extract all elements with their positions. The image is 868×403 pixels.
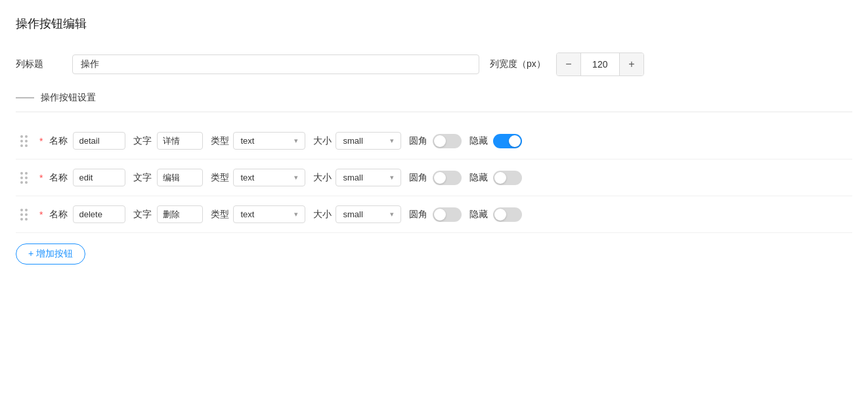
page-title: 操作按钮编辑 [16, 16, 852, 32]
drag-handle-1[interactable] [16, 135, 32, 147]
size-label-2: 大小 [313, 172, 332, 184]
hide-group-2: 隐藏 [469, 171, 522, 185]
buttons-section: * 名称 文字 类型 text ▾ 大小 small ▾ 圆角 [16, 123, 852, 233]
text-label-1: 文字 [133, 135, 152, 147]
text-input-2[interactable] [157, 169, 203, 186]
round-label-3: 圆角 [409, 209, 427, 221]
size-select-3[interactable]: small ▾ [336, 205, 401, 223]
hide-group-1: 隐藏 [469, 134, 522, 148]
column-width-label: 列宽度（px） [490, 58, 546, 70]
name-group-3: * 名称 [39, 205, 125, 223]
text-label-2: 文字 [133, 172, 152, 184]
size-group-1: 大小 small ▾ [313, 132, 401, 150]
column-title-input[interactable] [72, 54, 479, 74]
name-label-1: 名称 [49, 135, 68, 147]
name-label-2: 名称 [49, 172, 68, 184]
round-group-1: 圆角 [409, 134, 462, 148]
name-input-1[interactable] [73, 132, 125, 150]
table-row: * 名称 文字 类型 text ▾ 大小 small ▾ 圆角 [16, 123, 852, 159]
table-row: * 名称 文字 类型 text ▾ 大小 small ▾ 圆角 [16, 196, 852, 233]
round-group-2: 圆角 [409, 171, 462, 185]
table-row: * 名称 文字 类型 text ▾ 大小 small ▾ 圆角 [16, 159, 852, 196]
required-star-1: * [39, 136, 43, 146]
hide-toggle-2[interactable] [493, 171, 522, 185]
width-increase-button[interactable]: + [620, 53, 643, 75]
name-label-3: 名称 [49, 209, 68, 221]
size-chevron-1: ▾ [390, 137, 394, 145]
text-input-3[interactable] [157, 205, 203, 223]
required-star-3: * [39, 209, 43, 220]
type-group-3: 类型 text ▾ [211, 205, 305, 223]
width-decrease-button[interactable]: − [557, 53, 580, 75]
round-label-2: 圆角 [409, 172, 427, 184]
type-select-3[interactable]: text ▾ [233, 205, 305, 223]
size-select-1[interactable]: small ▾ [336, 132, 401, 150]
type-group-2: 类型 text ▾ [211, 169, 305, 186]
type-group-1: 类型 text ▾ [211, 132, 305, 150]
size-select-2[interactable]: small ▾ [336, 169, 401, 186]
column-width-group: − + [556, 53, 644, 76]
text-group-1: 文字 [133, 132, 203, 150]
type-label-3: 类型 [211, 209, 229, 221]
round-group-3: 圆角 [409, 207, 462, 222]
size-label-1: 大小 [313, 135, 332, 147]
type-chevron-3: ▾ [294, 210, 298, 219]
section-line [16, 97, 34, 98]
size-chevron-2: ▾ [390, 173, 394, 182]
name-group-1: * 名称 [39, 132, 125, 150]
text-input-1[interactable] [157, 132, 203, 150]
text-label-3: 文字 [133, 209, 152, 221]
hide-group-3: 隐藏 [469, 207, 522, 222]
size-label-3: 大小 [313, 209, 332, 221]
type-chevron-2: ▾ [294, 173, 298, 182]
size-chevron-3: ▾ [390, 210, 394, 219]
section-title: 操作按钮设置 [41, 92, 96, 104]
name-input-2[interactable] [73, 169, 125, 186]
section-header: 操作按钮设置 [16, 92, 852, 112]
text-group-2: 文字 [133, 169, 203, 186]
drag-handle-2[interactable] [16, 172, 32, 184]
column-width-input[interactable] [580, 53, 620, 75]
type-chevron-1: ▾ [294, 137, 298, 145]
add-button[interactable]: + 增加按钮 [16, 244, 85, 265]
column-title-label: 列标题 [16, 58, 62, 70]
size-group-2: 大小 small ▾ [313, 169, 401, 186]
hide-toggle-3[interactable] [493, 207, 522, 222]
name-input-3[interactable] [73, 205, 125, 223]
type-label-1: 类型 [211, 135, 229, 147]
hide-label-3: 隐藏 [469, 209, 488, 221]
round-label-1: 圆角 [409, 135, 427, 147]
text-group-3: 文字 [133, 205, 203, 223]
type-select-2[interactable]: text ▾ [233, 169, 305, 186]
required-star-2: * [39, 173, 43, 183]
round-toggle-3[interactable] [433, 207, 462, 222]
drag-handle-3[interactable] [16, 209, 32, 221]
hide-label-2: 隐藏 [469, 172, 488, 184]
hide-toggle-1[interactable] [493, 134, 522, 148]
round-toggle-1[interactable] [433, 134, 462, 148]
type-select-1[interactable]: text ▾ [233, 132, 305, 150]
round-toggle-2[interactable] [433, 171, 462, 185]
size-group-3: 大小 small ▾ [313, 205, 401, 223]
type-label-2: 类型 [211, 172, 229, 184]
name-group-2: * 名称 [39, 169, 125, 186]
hide-label-1: 隐藏 [469, 135, 488, 147]
